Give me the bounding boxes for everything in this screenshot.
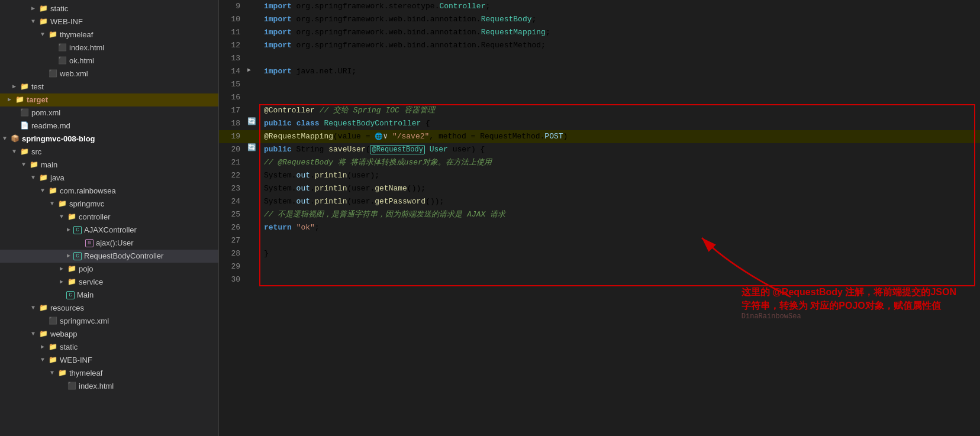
line-content: import org.springframework.web.bind.anno…: [259, 26, 980, 39]
line-number: 12: [219, 39, 247, 52]
collapse-arrow[interactable]: ▶: [5, 94, 14, 106]
annotation-arrow: [684, 232, 802, 303]
folder-icon: 📁: [38, 328, 49, 340]
collapse-arrow[interactable]: ▼: [0, 133, 9, 145]
sidebar-item-label: thymeleaf: [69, 367, 102, 379]
line-content: import java.net.URI;: [259, 65, 980, 78]
line-content: import org.springframework.web.bind.anno…: [259, 39, 980, 52]
line-number: 21: [219, 156, 247, 169]
html-file-icon: ⬛: [57, 55, 67, 67]
sidebar-item-label: pom.xml: [31, 107, 60, 119]
annotation-watermark: DinaRainbowSea: [742, 312, 956, 321]
line-gutter: [247, 156, 259, 169]
sidebar-item-main-class[interactable]: C Main: [0, 289, 218, 302]
sidebar-item-label: ajax():User: [96, 237, 134, 249]
collapse-arrow[interactable]: ▼: [57, 211, 66, 223]
sidebar-item-main[interactable]: ▼ 📁 main: [0, 159, 218, 172]
sidebar-item-web-inf2[interactable]: ▼ 📁 WEB-INF: [0, 354, 218, 367]
line-number: 9: [219, 0, 247, 13]
sidebar-item-label: static: [50, 3, 68, 15]
run-icon[interactable]: 🔄: [247, 118, 256, 126]
sidebar-item-ajax-controller[interactable]: ▶ C AJAXController: [0, 224, 218, 237]
line-number: 19: [219, 130, 247, 143]
sidebar-item-project[interactable]: ▼ 📦 springmvc-008-blog: [0, 133, 218, 146]
sidebar-item-static2[interactable]: ▶ 📁 static: [0, 341, 218, 354]
sidebar-item-label: pojo: [79, 263, 94, 275]
html-file-icon: ⬛: [66, 380, 77, 392]
line-content: [259, 273, 980, 286]
sidebar-item-springmvc-xml[interactable]: ⬛ springmvc.xml: [0, 315, 218, 328]
line-number: 18: [219, 117, 247, 130]
sidebar-item-service[interactable]: ▶ 📁 service: [0, 276, 218, 289]
code-line-28: 28 }: [219, 247, 980, 260]
sidebar-item-pom-xml[interactable]: ⬛ pom.xml: [0, 106, 218, 120]
sidebar-item-com-rainbowsea[interactable]: ▼ 📁 com.rainbowsea: [0, 185, 218, 198]
code-line-16: 16: [219, 91, 980, 104]
code-line-19: 19 @RequestMapping(value = 🌐∨ "/save2", …: [219, 130, 980, 143]
code-line-15: 15: [219, 78, 980, 91]
collapse-arrow[interactable]: ▼: [9, 146, 19, 158]
sidebar-item-webapp[interactable]: ▼ 📁 webapp: [0, 328, 218, 341]
collapse-arrow[interactable]: ▼: [38, 185, 47, 197]
java-class-icon: C: [73, 252, 82, 260]
sidebar-item-test[interactable]: ▶ 📁 test: [0, 80, 218, 93]
collapse-arrow[interactable]: ▼: [19, 159, 28, 171]
collapse-arrow[interactable]: ▼: [28, 172, 38, 184]
sidebar-item-requestbody-controller[interactable]: ▶ C RequestBodyController: [0, 250, 218, 263]
folder-icon: 📁: [14, 94, 25, 106]
sidebar-item-ajax-user[interactable]: m ajax():User: [0, 237, 218, 250]
line-number: 27: [219, 234, 247, 247]
collapse-arrow[interactable]: ▶: [57, 263, 66, 275]
collapse-arrow[interactable]: ▶: [64, 250, 73, 262]
code-line-17: 17 @Controller // 交给 Spring IOC 容器管理: [219, 104, 980, 117]
collapse-arrow[interactable]: ▶: [57, 276, 66, 288]
sidebar-item-target[interactable]: ▶ 📁 target: [0, 93, 218, 106]
line-number: 25: [219, 208, 247, 221]
sidebar-item-index-html2[interactable]: ⬛ index.html: [0, 380, 218, 393]
collapse-arrow[interactable]: ▼: [38, 29, 47, 41]
folder-icon: 📁: [47, 185, 58, 197]
fold-arrow[interactable]: ▶: [247, 66, 257, 73]
sidebar-item-static[interactable]: ▶ 📁 static: [0, 2, 218, 15]
folder-icon: 📁: [47, 29, 58, 41]
sidebar-item-label: src: [31, 146, 41, 158]
line-number: 22: [219, 169, 247, 182]
line-content: System.out.println(user.getName());: [259, 182, 980, 195]
sidebar-item-readme-md[interactable]: 📄 readme.md: [0, 120, 218, 133]
sidebar-item-resources[interactable]: ▼ 📁 resources: [0, 302, 218, 315]
sidebar-item-thymeleaf[interactable]: ▼ 📁 thymeleaf: [0, 28, 218, 41]
line-number: 29: [219, 260, 247, 273]
collapse-arrow[interactable]: ▶: [28, 3, 38, 15]
sidebar-item-label: Main: [77, 289, 94, 301]
line-gutter: ▶: [247, 65, 259, 78]
line-gutter: [247, 273, 259, 286]
collapse-arrow[interactable]: ▶: [9, 81, 19, 93]
sidebar-item-web-inf[interactable]: ▼ 📁 WEB-INF: [0, 15, 218, 28]
collapse-arrow[interactable]: ▼: [47, 198, 57, 210]
sidebar-item-pojo[interactable]: ▶ 📁 pojo: [0, 263, 218, 276]
sidebar-item-label: WEB-INF: [50, 16, 83, 28]
sidebar-item-thymeleaf2[interactable]: ▼ 📁 thymeleaf: [0, 367, 218, 380]
sidebar-item-src[interactable]: ▼ 📁 src: [0, 146, 218, 159]
line-content: System.out.println(user);: [259, 169, 980, 182]
sidebar-item-index-html[interactable]: ⬛ index.html: [0, 41, 218, 54]
collapse-arrow[interactable]: ▶: [38, 341, 47, 353]
sidebar-item-ok-html[interactable]: ⬛ ok.html: [0, 54, 218, 67]
sidebar-item-controller[interactable]: ▼ 📁 controller: [0, 211, 218, 224]
collapse-arrow[interactable]: ▼: [28, 16, 38, 28]
line-gutter: [247, 39, 259, 52]
collapse-arrow[interactable]: ▼: [28, 302, 38, 314]
red-box-section: 17 @Controller // 交给 Spring IOC 容器管理 18 …: [219, 104, 980, 286]
line-gutter: [247, 221, 259, 234]
collapse-arrow[interactable]: ▶: [64, 224, 73, 236]
collapse-arrow[interactable]: ▼: [47, 367, 57, 379]
collapse-arrow[interactable]: ▼: [38, 354, 47, 366]
code-editor: 9 import org.springframework.stereotype.…: [219, 0, 980, 436]
run-icon[interactable]: 🔄: [247, 144, 256, 152]
sidebar-item-java[interactable]: ▼ 📁 java: [0, 172, 218, 185]
line-gutter: 🔄: [247, 117, 259, 130]
sidebar-item-springmvc[interactable]: ▼ 📁 springmvc: [0, 198, 218, 211]
line-number: 14: [219, 65, 247, 78]
collapse-arrow[interactable]: ▼: [28, 328, 38, 340]
sidebar-item-web-xml[interactable]: ⬛ web.xml: [0, 67, 218, 80]
